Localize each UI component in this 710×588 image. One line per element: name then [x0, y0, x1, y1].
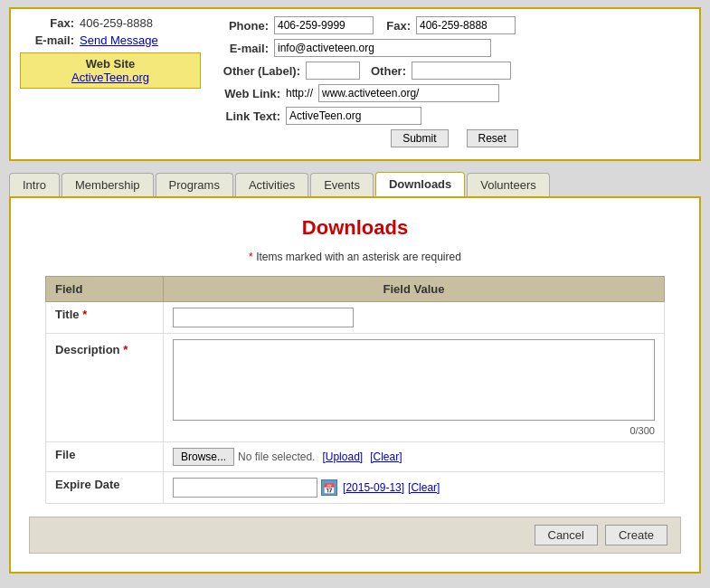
phone-fax-row: Phone: Fax:: [219, 16, 690, 34]
expire-clear[interactable]: [Clear]: [408, 481, 440, 494]
col-value-header: Field Value: [164, 277, 665, 302]
required-note: * Items marked with an asterisk are requ…: [29, 251, 681, 263]
email-label-right: E-mail:: [219, 42, 269, 55]
title-label-cell: Title *: [46, 302, 164, 334]
cancel-button[interactable]: Cancel: [535, 525, 598, 545]
desc-value-cell: 0/300: [164, 334, 665, 442]
footer-buttons: Cancel Create: [29, 517, 681, 554]
expire-label-cell: Expire Date: [46, 472, 164, 504]
downloads-title: Downloads: [29, 216, 681, 240]
email-label-left: E-mail:: [20, 33, 74, 47]
send-message-link[interactable]: Send Message: [80, 33, 158, 47]
email-row-right: E-mail:: [219, 39, 690, 57]
weblink-label: Web Link:: [219, 87, 280, 100]
title-row: Title *: [46, 302, 665, 334]
desc-label-cell: Description *: [46, 334, 164, 442]
file-status: No file selected.: [238, 450, 315, 463]
expire-value-cell: 📅 [2015-09-13] [Clear]: [164, 472, 665, 504]
date-row-inner: 📅 [2015-09-13] [Clear]: [173, 478, 655, 498]
website-url[interactable]: ActiveTeen.org: [71, 71, 149, 84]
expire-date-row: Expire Date 📅 [2015-09-13] [Clear]: [46, 472, 665, 504]
file-row-inner: Browse... No file selected. [Upload] [Cl…: [173, 448, 655, 466]
description-row: Description * 0/300: [46, 334, 665, 442]
downloads-panel: Downloads * Items marked with an asteris…: [9, 196, 701, 574]
calendar-icon[interactable]: 📅: [321, 479, 337, 496]
tabs-nav: Intro Membership Programs Activities Eve…: [9, 172, 701, 196]
phone-label: Phone:: [219, 19, 269, 33]
fax-value-left: 406-259-8888: [80, 16, 153, 30]
tab-volunteers[interactable]: Volunteers: [467, 173, 549, 196]
email-input[interactable]: [274, 39, 491, 57]
file-label-cell: File: [46, 442, 164, 472]
top-contact-section: Fax: 406-259-8888 E-mail: Send Message W…: [9, 7, 701, 161]
tab-intro[interactable]: Intro: [9, 173, 60, 196]
other-label: Other (Label):: [219, 64, 300, 78]
other-label-input[interactable]: [306, 62, 360, 80]
weblink-row: Web Link: http://: [219, 84, 690, 102]
fax-row-left: Fax: 406-259-8888: [20, 16, 201, 30]
contact-right: Phone: Fax: E-mail: Other (Label): Other…: [219, 16, 690, 152]
expire-label: Expire Date: [55, 478, 120, 491]
phone-input[interactable]: [274, 16, 374, 34]
other2-input[interactable]: [412, 62, 511, 80]
tab-membership[interactable]: Membership: [62, 173, 154, 196]
fax-label-right: Fax:: [379, 19, 411, 33]
title-label: Title: [55, 308, 80, 321]
other-row: Other (Label): Other:: [219, 62, 690, 80]
fax-label-left: Fax:: [20, 16, 74, 30]
title-required-star: *: [82, 308, 87, 321]
weblink-prefix: http://: [286, 87, 313, 100]
submit-row: Submit Reset: [219, 129, 690, 147]
expire-date-input[interactable]: [173, 478, 317, 498]
contact-left: Fax: 406-259-8888 E-mail: Send Message W…: [20, 16, 201, 152]
desc-required-star: *: [123, 343, 128, 356]
expire-date-value: [2015-09-13]: [343, 481, 404, 494]
upload-link[interactable]: [Upload]: [322, 450, 363, 463]
file-clear-link[interactable]: [Clear]: [370, 450, 402, 463]
other2-label: Other:: [365, 64, 406, 78]
tab-events[interactable]: Events: [310, 173, 374, 196]
create-button[interactable]: Create: [605, 525, 667, 545]
desc-textarea[interactable]: [173, 339, 655, 421]
weblink-input[interactable]: [318, 84, 499, 102]
desc-char-count: 0/300: [173, 425, 655, 436]
website-box: Web Site ActiveTeen.org: [20, 52, 201, 89]
file-row: File Browse... No file selected. [Upload…: [46, 442, 665, 472]
tab-programs[interactable]: Programs: [156, 173, 233, 196]
desc-label: Description: [55, 343, 120, 356]
required-star: *: [249, 251, 253, 263]
title-value-cell: [164, 302, 665, 334]
tab-downloads[interactable]: Downloads: [375, 172, 465, 196]
linktext-input[interactable]: [286, 107, 421, 125]
linktext-label: Link Text:: [219, 109, 280, 123]
tab-activities[interactable]: Activities: [235, 173, 308, 196]
col-field-header: Field: [46, 277, 164, 302]
required-note-text: Items marked with an asterisk are requir…: [256, 251, 461, 263]
desc-wrapper: 0/300: [173, 339, 655, 436]
submit-button[interactable]: Submit: [391, 129, 448, 147]
reset-button[interactable]: Reset: [467, 129, 518, 147]
title-input[interactable]: [173, 308, 354, 327]
file-value-cell: Browse... No file selected. [Upload] [Cl…: [164, 442, 665, 472]
email-row-left: E-mail: Send Message: [20, 33, 201, 47]
linktext-row: Link Text:: [219, 107, 690, 125]
browse-button[interactable]: Browse...: [173, 448, 234, 466]
downloads-form-table: Field Field Value Title * Description *: [45, 276, 665, 504]
fax-input[interactable]: [416, 16, 516, 34]
website-title: Web Site: [28, 57, 193, 71]
file-label: File: [55, 448, 75, 461]
